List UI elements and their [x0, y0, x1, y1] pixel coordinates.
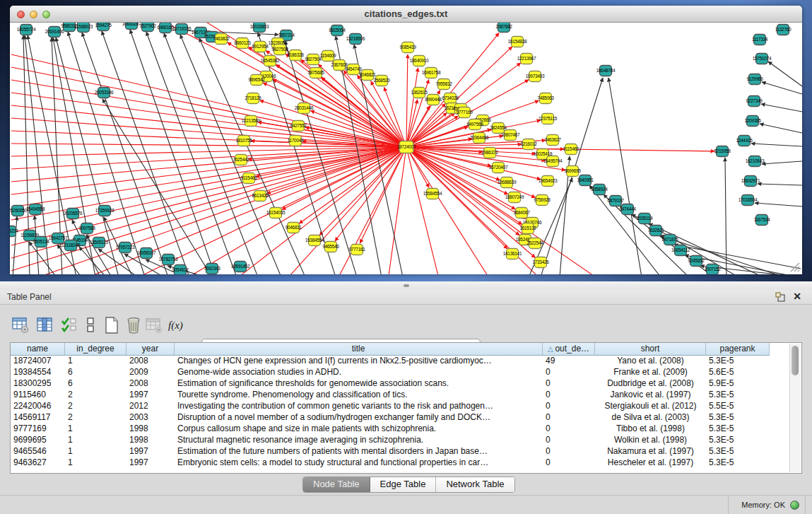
table-cell[interactable]: 0	[543, 378, 595, 390]
table-cell[interactable]: Dudbridge et al. (2008)	[595, 378, 706, 390]
column-header-3[interactable]: title	[175, 343, 543, 356]
table-cell[interactable]: 2012	[126, 401, 175, 412]
table-cell[interactable]: Hescheler et al. (1997)	[595, 457, 706, 469]
table-cell[interactable]: 18300295	[11, 378, 65, 390]
table-cell[interactable]: Embryonic stem cells: a model to study s…	[175, 457, 543, 469]
table-cell[interactable]: 1	[65, 424, 126, 435]
panel-splitter[interactable]	[0, 281, 812, 290]
table-cell[interactable]: 0	[543, 446, 595, 457]
table-row[interactable]: 1938455462009Genome-wide association stu…	[11, 367, 801, 378]
table-cell[interactable]: 2	[65, 401, 126, 412]
table-cell[interactable]: 5.3E-5	[706, 356, 770, 367]
splitter-handle-icon[interactable]	[404, 284, 409, 287]
table-cell[interactable]: 2008	[126, 378, 175, 390]
table-options-icon[interactable]	[12, 317, 29, 334]
table-cell[interactable]: Stergiakouli et al. (2012)	[595, 401, 706, 412]
column-header-5[interactable]: short	[595, 343, 706, 356]
table-cell[interactable]: 14569117	[11, 412, 65, 424]
table-cell[interactable]: Franke et al. (2009)	[595, 367, 706, 378]
table-cell[interactable]: 0	[543, 401, 595, 412]
table-cell[interactable]: 0	[543, 457, 595, 469]
table-cell[interactable]: 0	[543, 424, 595, 435]
table-cell[interactable]: 49	[543, 356, 595, 367]
column-header-1[interactable]: in_degree	[65, 343, 126, 356]
table-cell[interactable]: 1998	[126, 435, 175, 446]
table-cell[interactable]: 0	[543, 367, 595, 378]
table-row[interactable]: 977716911998Corpus callosum shape and si…	[11, 424, 801, 435]
table-cell[interactable]: 1	[65, 457, 126, 469]
table-cell[interactable]: 9465546	[11, 446, 65, 457]
table-cell[interactable]: Nakamura et al. (1997)	[595, 446, 706, 457]
table-cell[interactable]: 9699695	[11, 435, 65, 446]
table-row[interactable]: 2242004622012Investigating the contribut…	[11, 401, 801, 412]
table-cell[interactable]: 5.3E-5	[706, 435, 770, 446]
table-cell[interactable]: 5.3E-5	[706, 424, 770, 435]
scrollbar-thumb[interactable]	[792, 346, 799, 375]
table-cell[interactable]: Changes of HCN gene expression and I(f) …	[175, 356, 543, 367]
table-row[interactable]: 969969511998Structural magnetic resonanc…	[11, 435, 801, 446]
table-cell[interactable]: Estimation of significance thresholds fo…	[175, 378, 543, 390]
close-panel-icon[interactable]: ✕	[792, 291, 802, 301]
float-panel-icon[interactable]	[775, 292, 785, 302]
table-cell[interactable]: Tibbo et al. (1998)	[595, 424, 706, 435]
row-height-icon[interactable]	[82, 317, 99, 334]
table-cell[interactable]: Yano et al. (2008)	[595, 356, 706, 367]
table-cell[interactable]: de Silva et al. (2003)	[595, 412, 706, 424]
tab-node-table[interactable]: Node Table	[303, 477, 370, 492]
network-window-titlebar[interactable]: citations_edges.txt	[10, 6, 802, 23]
create-table-icon[interactable]	[103, 317, 120, 334]
table-cell[interactable]: 2	[65, 412, 126, 424]
table-cell[interactable]: 9115460	[11, 390, 65, 401]
table-cell[interactable]: Structural magnetic resonance image aver…	[175, 435, 543, 446]
table-cell[interactable]: 1998	[126, 424, 175, 435]
table-cell[interactable]: 1997	[126, 446, 175, 457]
table-cell[interactable]: 9463627	[11, 457, 65, 469]
table-cell[interactable]: 6	[65, 367, 126, 378]
network-canvas[interactable]: 1405572420691406958631011568923159427510…	[10, 23, 802, 274]
table-cell[interactable]: Tourette syndrome. Phenomenology and cla…	[175, 390, 543, 401]
table-cell[interactable]: Genome-wide association studies in ADHD.	[175, 367, 543, 378]
citation-network-graph[interactable]: 1405572420691406958631011568923159427510…	[10, 23, 802, 274]
table-cell[interactable]: 9777169	[11, 424, 65, 435]
table-cell[interactable]: 1997	[126, 457, 175, 469]
table-cell[interactable]: Wolkin et al. (1998)	[595, 435, 706, 446]
table-cell[interactable]: 5.6E-5	[706, 367, 770, 378]
delete-table-trash-icon[interactable]	[125, 317, 142, 334]
table-cell[interactable]: 0	[543, 412, 595, 424]
table-cell[interactable]: Investigating the contribution of common…	[175, 401, 543, 412]
table-cell[interactable]: 22420046	[11, 401, 65, 412]
table-row[interactable]: 1872400712008Changes of HCN gene express…	[11, 356, 801, 367]
table-cell[interactable]: 5.3E-5	[706, 390, 770, 401]
column-header-4[interactable]: △ out_de…	[543, 343, 595, 356]
table-row[interactable]: 1456911722003Disruption of a novel membe…	[11, 412, 801, 424]
table-cell[interactable]: 2009	[126, 367, 175, 378]
table-row[interactable]: 946554611997Estimation of the future num…	[11, 446, 801, 457]
select-columns-icon[interactable]	[37, 317, 54, 334]
table-cell[interactable]: Estimation of the future numbers of pati…	[175, 446, 543, 457]
table-cell[interactable]: 5.3E-5	[706, 457, 770, 469]
table-cell[interactable]: 5.9E-5	[706, 378, 770, 390]
table-cell[interactable]: 2008	[126, 356, 175, 367]
table-cell[interactable]: 1	[65, 356, 126, 367]
table-cell[interactable]: Jankovic et al. (1997)	[595, 390, 706, 401]
show-hide-columns-icon[interactable]	[61, 317, 78, 334]
table-cell[interactable]: 0	[543, 390, 595, 401]
table-cell[interactable]: 5.3E-5	[706, 412, 770, 424]
table-cell[interactable]: 5.5E-5	[706, 401, 770, 412]
table-row[interactable]: 1830029562008Estimation of significance …	[11, 378, 801, 390]
table-cell[interactable]: 1997	[126, 390, 175, 401]
tab-edge-table[interactable]: Edge Table	[370, 477, 437, 492]
table-cell[interactable]: 1	[65, 435, 126, 446]
table-vertical-scrollbar[interactable]	[789, 344, 801, 472]
function-builder-icon[interactable]: f(x)	[168, 317, 185, 334]
table-cell[interactable]: Disruption of a novel member of a sodium…	[175, 412, 543, 424]
table-cell[interactable]: 1	[65, 446, 126, 457]
table-cell[interactable]: 2	[65, 390, 126, 401]
tab-network-table[interactable]: Network Table	[436, 477, 514, 492]
table-row[interactable]: 911546021997Tourette syndrome. Phenomeno…	[11, 390, 801, 401]
table-cell[interactable]: 5.3E-5	[706, 446, 770, 457]
table-row[interactable]: 946362711997Embryonic stem cells: a mode…	[11, 457, 801, 469]
table-cell[interactable]: 6	[65, 378, 126, 390]
table-cell[interactable]: 19384554	[11, 367, 65, 378]
resize-grip-icon[interactable]	[788, 260, 801, 273]
